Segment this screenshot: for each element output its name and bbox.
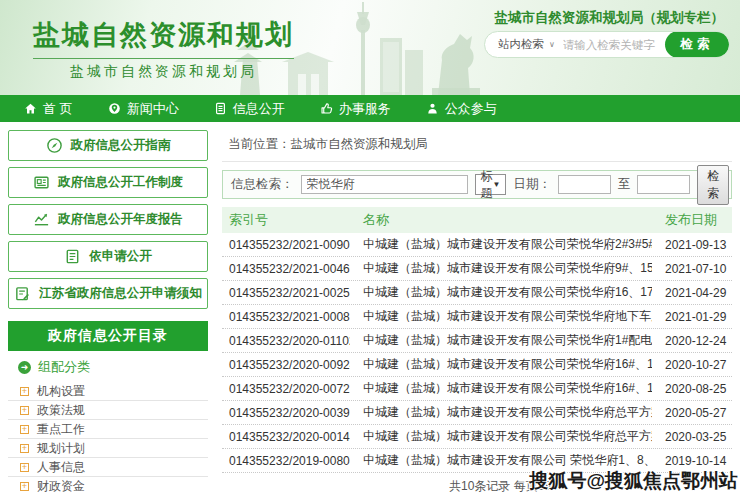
row-publish-date: 2020-03-25 — [658, 430, 732, 444]
row-index-no: 014355232/2020-00393 — [222, 406, 350, 420]
plus-box-icon: + — [20, 482, 29, 491]
row-name-link[interactable]: 中城建（盐城）城市建设开发有限公司荣悦华府2#3#5#配电房、4# ... — [356, 236, 652, 253]
main-panel: 当前位置：盐城市自然资源和规划局 信息检索： 标题 ▼ 日期： 至 检索 索引号… — [222, 130, 732, 495]
row-name-link[interactable]: 中城建（盐城）城市建设开发有限公司荣悦华府16#、17#、23#、 ... — [356, 356, 652, 373]
filter-keyword-input[interactable] — [301, 175, 468, 194]
sidebar-link-label: 政府信息公开指南 — [71, 137, 171, 154]
row-publish-date: 2021-07-10 — [658, 262, 732, 276]
sidebar-link-application-notice[interactable]: 江苏省政府信息公开申请须知 — [8, 278, 208, 309]
site-identity: 盐城自然资源和规划 盐城市自然资源和规划局 — [33, 17, 294, 81]
sidebar-link-disclosure-guide[interactable]: 政府信息公开指南 — [8, 130, 208, 161]
nav-item-label: 公众参与 — [445, 100, 497, 118]
clipboard-pen-icon — [14, 285, 31, 302]
sidebar: 政府信息公开指南 政府信息公开工作制度 政府信息公开年度报告 依申请公开 江苏省… — [8, 130, 208, 495]
row-name-link[interactable]: 中城建（盐城）城市建设开发有限公司 荣悦华府1、8、9#配电房补发 ... — [356, 452, 652, 469]
nav-item-info-disclosure[interactable]: 信息公开 — [214, 95, 306, 122]
table-row[interactable]: 014355232/2021-00258 中城建（盐城）城市建设开发有限公司荣悦… — [222, 281, 732, 305]
sidebar-directory-item[interactable]: + 政策法规 — [8, 401, 208, 420]
news-icon — [108, 102, 121, 115]
row-index-no: 014355232/2020-00145 — [222, 430, 350, 444]
nav-item-label: 新闻中心 — [127, 100, 179, 118]
row-index-no: 014355232/2021-00469 — [222, 262, 350, 276]
document-request-icon — [64, 248, 81, 265]
row-publish-date: 2020-12-24 — [658, 334, 732, 348]
row-publish-date: 2021-01-29 — [658, 310, 732, 324]
table-row[interactable]: 014355232/2021-00907 中城建（盐城）城市建设开发有限公司荣悦… — [222, 233, 732, 257]
arrow-right-icon: ➜ — [18, 361, 31, 374]
table-row[interactable]: 014355232/2021-00081 中城建（盐城）城市建设开发有限公司荣悦… — [222, 305, 732, 329]
chevron-down-icon: ∨ — [549, 40, 555, 49]
directory-item-label: 人事信息 — [37, 459, 85, 476]
nav-item-label: 信息公开 — [233, 100, 285, 118]
table-row[interactable]: 014355232/2020-00722 中城建（盐城）城市建设开发有限公司荣悦… — [222, 377, 732, 401]
col-header-index-no: 索引号 — [222, 211, 350, 229]
filter-bar: 信息检索： 标题 ▼ 日期： 至 检索 — [222, 170, 732, 199]
plus-box-icon: + — [20, 425, 29, 434]
row-index-no: 014355232/2021-00907 — [222, 238, 350, 252]
sidebar-directory-item[interactable]: + 人事信息 — [8, 458, 208, 477]
filter-search-button[interactable]: 检索 — [697, 165, 729, 205]
results-table: 索引号 名称 发布日期 014355232/2021-00907 中城建（盐城）… — [222, 207, 732, 495]
site-search-input[interactable] — [563, 39, 665, 51]
table-header-row: 索引号 名称 发布日期 — [222, 207, 732, 233]
row-name-link[interactable]: 中城建（盐城）城市建设开发有限公司荣悦华府总平方案调整 — [356, 428, 652, 445]
filter-date-to-input[interactable] — [637, 175, 690, 194]
row-publish-date: 2019-10-14 — [658, 454, 732, 468]
row-publish-date: 2020-05-27 — [658, 406, 732, 420]
table-row[interactable]: 014355232/2020-01102 中城建（盐城）城市建设开发有限公司荣悦… — [222, 329, 732, 353]
row-name-link[interactable]: 中城建（盐城）城市建设开发有限公司荣悦华府16#、17#、23#、 ... — [356, 380, 652, 397]
directory-header[interactable]: 政府信息公开目录 — [8, 321, 208, 351]
nav-item-home[interactable]: 首 页 — [24, 95, 94, 122]
nav-item-label: 首 页 — [43, 100, 73, 118]
directory-item-label: 机构设置 — [37, 383, 85, 400]
row-name-link[interactable]: 中城建（盐城）城市建设开发有限公司荣悦华府16、17、23、29、 ... — [356, 284, 652, 301]
main-nav: 首 页 新闻中心 信息公开 办事服务 公众参与 — [0, 95, 740, 122]
row-name-link[interactable]: 中城建（盐城）城市建设开发有限公司荣悦华府9#、15#、19-20 ... — [356, 260, 652, 277]
page: 盐城自然资源和规划 盐城市自然资源和规划局 盐城市自然资源和规划局（规划专栏） … — [0, 0, 740, 495]
filter-field-selected: 标题 — [481, 168, 493, 202]
breadcrumb: 当前位置：盐城市自然资源和规划局 — [222, 130, 732, 162]
filter-date-from-input[interactable] — [558, 175, 611, 194]
site-search-button[interactable]: 检索 — [665, 31, 729, 58]
table-row[interactable]: 014355232/2021-00469 中城建（盐城）城市建设开发有限公司荣悦… — [222, 257, 732, 281]
table-row[interactable]: 014355232/2020-00924 中城建（盐城）城市建设开发有限公司荣悦… — [222, 353, 732, 377]
nav-item-public-participation[interactable]: 公众参与 — [426, 95, 518, 122]
plus-box-icon: + — [20, 444, 29, 453]
plus-box-icon: + — [20, 387, 29, 396]
sidebar-link-annual-report[interactable]: 政府信息公开年度报告 — [8, 204, 208, 235]
row-name-link[interactable]: 中城建（盐城）城市建设开发有限公司荣悦华府地下车库二期工程A区-2 ... — [356, 308, 652, 325]
search-scope-select[interactable]: 站内检索 ∨ — [485, 37, 563, 52]
row-publish-date: 2020-10-27 — [658, 358, 732, 372]
directory-group-category[interactable]: ➜ 组配分类 — [8, 351, 208, 382]
directory-group-label: 组配分类 — [38, 358, 90, 376]
directory-item-label: 重点工作 — [37, 421, 85, 438]
compass-icon — [46, 137, 63, 154]
sidebar-link-disclosure-on-request[interactable]: 依申请公开 — [8, 241, 208, 272]
sidebar-link-label: 江苏省政府信息公开申请须知 — [39, 285, 202, 302]
row-index-no: 014355232/2020-01102 — [222, 334, 350, 348]
newspaper-icon — [33, 174, 50, 191]
portal-label: 盐城市自然资源和规划局（规划专栏） — [495, 9, 725, 27]
table-row[interactable]: 014355232/2020-00393 中城建（盐城）城市建设开发有限公司荣悦… — [222, 401, 732, 425]
sidebar-directory-item[interactable]: + 重点工作 — [8, 420, 208, 439]
row-index-no: 014355232/2020-00924 — [222, 358, 350, 372]
site-search-bar: 站内检索 ∨ 检索 — [484, 31, 730, 58]
table-row[interactable]: 014355232/2020-00145 中城建（盐城）城市建设开发有限公司荣悦… — [222, 425, 732, 449]
col-header-name: 名称 — [356, 211, 652, 229]
nav-item-services[interactable]: 办事服务 — [320, 95, 412, 122]
sidebar-directory-item[interactable]: + 财政资金 — [8, 477, 208, 495]
dropdown-triangle-icon: ▼ — [493, 180, 501, 189]
sidebar-link-label: 政府信息公开年度报告 — [58, 211, 183, 228]
directory-item-label: 财政资金 — [37, 478, 85, 495]
nav-item-news[interactable]: 新闻中心 — [108, 95, 200, 122]
row-name-link[interactable]: 中城建（盐城）城市建设开发有限公司荣悦华府总平方案调整批后公告 — [356, 404, 652, 421]
nav-item-label: 办事服务 — [339, 100, 391, 118]
sidebar-link-work-rules[interactable]: 政府信息公开工作制度 — [8, 167, 208, 198]
plus-box-icon: + — [20, 406, 29, 415]
filter-field-select[interactable]: 标题 ▼ — [475, 174, 507, 195]
col-header-publish-date: 发布日期 — [658, 211, 732, 229]
sidebar-directory-item[interactable]: + 规划计划 — [8, 439, 208, 458]
search-scope-label: 站内检索 — [498, 37, 544, 52]
row-name-link[interactable]: 中城建（盐城）城市建设开发有限公司荣悦华府1#配电室、8#配电室、 ... — [356, 332, 652, 349]
sidebar-directory-item[interactable]: + 机构设置 — [8, 382, 208, 401]
